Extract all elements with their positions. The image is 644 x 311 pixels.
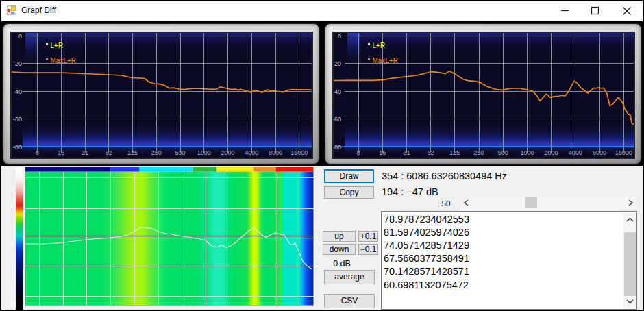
svg-text:-40: -40 — [13, 88, 22, 95]
svg-text:-60: -60 — [13, 116, 22, 123]
svg-text:16000: 16000 — [290, 149, 308, 156]
svg-text:-80: -80 — [13, 144, 22, 151]
svg-text:8000: 8000 — [269, 149, 282, 156]
svg-text:31: 31 — [403, 149, 410, 156]
svg-text:500: 500 — [175, 149, 185, 156]
svg-text:16: 16 — [379, 149, 386, 156]
svg-text:MaxL+R: MaxL+R — [373, 57, 399, 64]
svg-text:8000: 8000 — [593, 149, 606, 156]
svg-text:8: 8 — [36, 149, 39, 156]
svg-text:L+R: L+R — [373, 42, 386, 49]
svg-text:8: 8 — [356, 149, 360, 156]
svg-text:-80: -80 — [334, 144, 341, 151]
svg-text:MaxL+R: MaxL+R — [51, 57, 77, 64]
svg-text:125: 125 — [127, 149, 138, 156]
svg-text:L+R: L+R — [51, 42, 64, 49]
svg-text:31: 31 — [82, 149, 88, 156]
svg-text:250: 250 — [151, 149, 162, 156]
svg-text:500: 500 — [498, 149, 508, 156]
svg-text:4000: 4000 — [245, 149, 258, 156]
svg-text:250: 250 — [473, 149, 484, 156]
svg-text:-60: -60 — [334, 116, 341, 123]
svg-text:-20: -20 — [334, 60, 341, 67]
svg-text:0: 0 — [338, 33, 341, 40]
svg-text:62: 62 — [428, 149, 434, 156]
svg-text:2000: 2000 — [545, 149, 558, 156]
svg-text:1000: 1000 — [197, 149, 211, 156]
svg-text:1000: 1000 — [520, 149, 534, 156]
svg-text:16: 16 — [58, 149, 64, 156]
svg-text:-20: -20 — [13, 60, 22, 67]
svg-text:2000: 2000 — [221, 149, 234, 156]
svg-text:-40: -40 — [334, 88, 341, 95]
svg-text:125: 125 — [449, 149, 460, 156]
svg-text:62: 62 — [106, 149, 112, 156]
svg-text:4000: 4000 — [569, 149, 582, 156]
svg-text:0: 0 — [18, 33, 22, 40]
svg-text:16000: 16000 — [615, 149, 632, 156]
